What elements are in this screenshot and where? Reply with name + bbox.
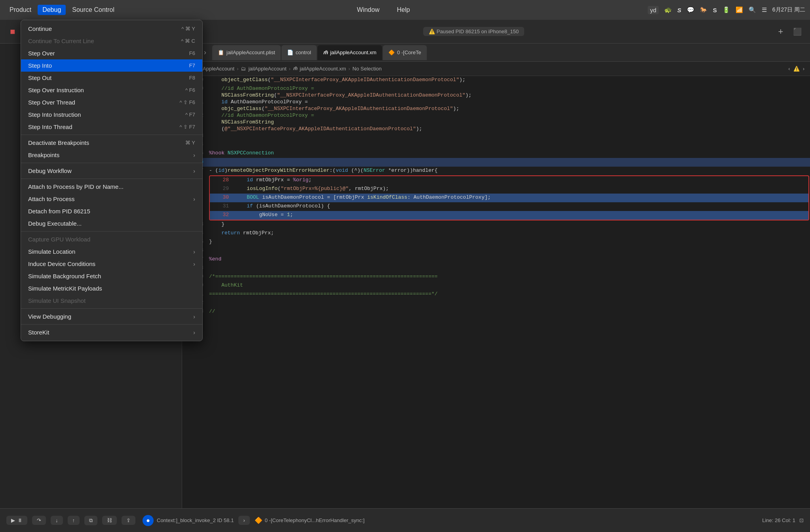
step-out-btn[interactable]: ↑ [68, 516, 80, 525]
frame-nav[interactable]: › [238, 516, 249, 525]
layout-button[interactable]: ⬛ [791, 25, 804, 38]
tab-core[interactable]: 🔶 0 -[CoreTe [383, 45, 427, 60]
search-icon[interactable]: 🔍 [749, 6, 756, 13]
menu-item-help[interactable]: Help [392, 5, 415, 15]
simulate-location-arrow: › [193, 249, 195, 255]
menu-item-detach[interactable]: Detach from PID 86215 [21, 205, 202, 217]
play-icon: ▶ [11, 517, 15, 523]
share-icon: ⇪ [126, 517, 131, 523]
tab-plist-icon: 📋 [218, 49, 224, 55]
menu-item-step-into-instr[interactable]: Step Into Instruction ^ F7 [21, 108, 202, 121]
menu-item-step-over[interactable]: Step Over F6 [21, 47, 202, 59]
menu-item-simulate-bg-fetch[interactable]: Simulate Background Fetch [21, 270, 202, 282]
status-bar: ▶ ⏸ ↷ ↓ ↑ ⧉ ⛓ ⇪ ● Context:]_block_invoke… [0, 508, 810, 532]
toolbar-center: ⚠️ Paused PID 86215 on iPhone8_150 [177, 27, 770, 36]
menu-divider-5 [21, 308, 202, 309]
code-line-35: 35 } [182, 238, 810, 247]
step-over-label: Step Over [28, 50, 180, 57]
tool-icon-3: 💬 [687, 6, 694, 13]
bc-sep-3: › [348, 66, 350, 72]
menu-item-step-into[interactable]: Step Into F7 [21, 59, 202, 72]
menu-item-debug-executable[interactable]: Debug Executable... [21, 217, 202, 230]
menu-item-window[interactable]: Window [352, 5, 384, 15]
menu-item-continue-current: Continue To Current Line ^ ⌘ C [21, 35, 202, 47]
menu-item-deactivate-bp[interactable]: Deactivate Breakpoints ⌘ Y [21, 137, 202, 149]
menu-item-debug[interactable]: Debug [38, 5, 66, 15]
paused-status: ⚠️ Paused PID 86215 on iPhone8_150 [423, 27, 524, 36]
tab-bar: ‹ › 📋 jailAppleAccount.plist 📄 control m… [182, 44, 810, 62]
debug-icon: ⛓ [107, 517, 112, 523]
debug-dropdown-menu: Continue ^ ⌘ Y Continue To Current Line … [21, 20, 203, 341]
step-into-instr-label: Step Into Instruction [28, 111, 176, 118]
menu-item-step-into-thread[interactable]: Step Into Thread ^ ⇧ F7 [21, 121, 202, 133]
bc-3: jailAppleAccount.xm [300, 66, 346, 72]
code-editor[interactable]: 19 object_getClass("__NSXPCInterfaceProx… [182, 76, 810, 508]
continue-current-shortcut: ^ ⌘ C [181, 38, 195, 44]
play-pause-btn[interactable]: ▶ ⏸ [6, 516, 27, 525]
step-over-thread-label: Step Over Thread [28, 99, 170, 106]
menu-item-view-debugging[interactable]: View Debugging › [21, 310, 202, 323]
code-line-39: 39 /*===================================… [182, 273, 810, 281]
menu-item-product[interactable]: Product [5, 5, 36, 15]
capture-gpu-label: Capture GPU Workload [28, 236, 195, 243]
menu-item-step-over-instr[interactable]: Step Over Instruction ^ F6 [21, 84, 202, 96]
step-over-thread-shortcut: ^ ⇧ F6 [180, 99, 196, 105]
code-line-42: 42 [182, 299, 810, 308]
menu-icon[interactable]: ☰ [762, 6, 767, 13]
frame-icon: 🔶 [255, 517, 262, 524]
step-over-btn[interactable]: ↷ [32, 516, 46, 525]
menu-item-simulate-metrickit[interactable]: Simulate MetricKit Payloads [21, 282, 202, 294]
code-line-23: 23 [182, 132, 810, 141]
tab-plist[interactable]: 📋 jailAppleAccount.plist [212, 45, 281, 60]
menu-item-step-over-thread[interactable]: Step Over Thread ^ ⇧ F6 [21, 96, 202, 108]
tab-xm[interactable]: m̈ jailAppleAccount.xm [318, 45, 382, 60]
yd-icon: yd [648, 6, 659, 14]
step-into-btn[interactable]: ↓ [51, 516, 63, 525]
menu-item-continue[interactable]: Continue ^ ⌘ Y [21, 23, 202, 35]
menu-item-attach-process[interactable]: Attach to Process › [21, 193, 202, 205]
share-btn[interactable]: ⇪ [122, 516, 135, 525]
run-button[interactable]: ■ [6, 25, 19, 38]
menu-item-storekit[interactable]: StoreKit › [21, 326, 202, 338]
menu-divider-6 [21, 324, 202, 325]
step-into-thread-shortcut: ^ ⇧ F7 [180, 124, 196, 130]
step-out-label: Step Out [28, 74, 180, 81]
tool-icon-1: 🐢 [664, 6, 672, 13]
tool-icon-4: 🐎 [700, 6, 707, 13]
code-line-31: 31 if (isAuthDaemonProtocol) { [210, 202, 808, 211]
bc-nav-right[interactable]: › [803, 66, 804, 72]
tab-xm-label: jailAppleAccount.xm [330, 49, 376, 55]
tab-control-icon: 📄 [287, 49, 293, 55]
induce-device-label: Induce Device Conditions [28, 260, 190, 267]
view-debugging-label: View Debugging [28, 313, 190, 320]
code-line-30: 30 BOOL isAuthDaemonProtocol = [rmtObjPr… [210, 194, 808, 202]
line-content-20a: //id AuthDaemonProtocolProxy = [209, 85, 314, 91]
breakpoints-label: Breakpoints [28, 152, 190, 158]
menu-item-step-out[interactable]: Step Out F8 [21, 72, 202, 84]
bc-nav-left[interactable]: ‹ [788, 66, 790, 72]
bc-4: No Selection [352, 66, 382, 72]
menu-item-induce-device[interactable]: Induce Device Conditions › [21, 258, 202, 270]
breakpoints-arrow: › [193, 152, 195, 158]
debug-btn[interactable]: ⛓ [102, 516, 117, 525]
menu-item-debug-workflow[interactable]: Debug Workflow › [21, 165, 202, 177]
menu-item-attach-pid[interactable]: Attach to Process by PID or Name... [21, 180, 202, 193]
menu-item-source-control[interactable]: Source Control [67, 5, 119, 15]
tab-core-label: 0 -[CoreTe [397, 49, 421, 55]
layout-icon[interactable]: ⊡ [799, 517, 804, 523]
wifi-icon: 📶 [736, 6, 743, 13]
add-button[interactable]: + [774, 25, 787, 38]
tab-control[interactable]: 📄 control [281, 45, 317, 60]
menu-item-capture-gpu: Capture GPU Workload [21, 233, 202, 245]
code-line-32: 32 gNoUse = 1; [210, 211, 808, 220]
step-out-shortcut: F8 [189, 75, 195, 81]
copy-btn[interactable]: ⧉ [84, 516, 97, 525]
deactivate-bp-label: Deactivate Breakpoints [28, 139, 176, 146]
menu-item-breakpoints[interactable]: Breakpoints › [21, 149, 202, 161]
toolbar-right: + ⬛ [774, 25, 804, 38]
status-context: Context:]_block_invoke_2 ID 58.1 [157, 517, 234, 523]
view-debugging-arrow: › [193, 314, 195, 320]
step-into-instr-shortcut: ^ F7 [185, 112, 195, 118]
menu-item-simulate-location[interactable]: Simulate Location › [21, 245, 202, 258]
chevron-left-icon: › [243, 517, 245, 523]
